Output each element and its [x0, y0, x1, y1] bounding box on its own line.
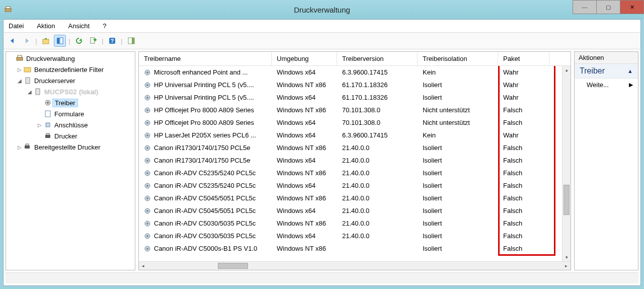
toolbar-separator: |: [120, 35, 123, 47]
scroll-left-button[interactable]: ◂: [139, 263, 147, 268]
action-section[interactable]: Treiber ▲: [575, 64, 638, 79]
cell-name: Canon iR-ADV C5045/5051 PCL5c: [139, 194, 272, 202]
table-row[interactable]: HP LaserJet P205X series PCL6 ...Windows…: [139, 129, 571, 141]
horizontal-scrollbar[interactable]: ◂ ▸: [139, 261, 571, 270]
svg-rect-14: [36, 89, 40, 95]
export-button[interactable]: [87, 35, 99, 47]
cell-env: Windows NT x86: [272, 106, 337, 114]
svg-point-42: [146, 185, 148, 187]
table-row[interactable]: Canon iR1730/1740/1750 PCL5eWindows NT x…: [139, 141, 571, 154]
gear-icon: [144, 94, 151, 101]
expander-icon[interactable]: ▷: [36, 122, 43, 128]
col-iso[interactable]: Treiberisolation: [418, 52, 498, 65]
table-row[interactable]: Canon iR-ADV C5235/5240 PCL5cWindows x64…: [139, 179, 571, 192]
refresh-button[interactable]: [73, 35, 85, 47]
tree-printers-label: Drucker: [52, 132, 79, 140]
expander-icon[interactable]: ◢: [16, 78, 23, 84]
table-row[interactable]: Canon iR-ADV C5030/5035 PCL5cWindows NT …: [139, 217, 571, 230]
action-pane-title: Aktionen: [575, 52, 638, 64]
gear-icon: [144, 195, 151, 202]
cell-pkg: Falsch: [498, 144, 549, 152]
menu-action[interactable]: Aktion: [35, 21, 57, 31]
tree-print-servers[interactable]: ◢ Druckerserver: [6, 75, 135, 86]
scroll-right-button[interactable]: ▸: [562, 263, 571, 268]
col-env[interactable]: Umgebung: [272, 52, 337, 65]
table-row[interactable]: Canon iR-ADV C5000s-B1 PS V1.0Windows NT…: [139, 242, 571, 255]
scroll-down-button[interactable]: ▾: [562, 253, 571, 261]
scroll-thumb[interactable]: [218, 263, 248, 269]
scroll-thumb[interactable]: [564, 185, 570, 215]
table-row[interactable]: HP Universal Printing PCL 5 (v5....Windo…: [139, 91, 571, 104]
table-row[interactable]: HP Universal Printing PCL 5 (v5....Windo…: [139, 79, 571, 91]
cell-env: Windows NT x86: [272, 245, 337, 252]
tree-server-node[interactable]: ◢ MUCPS02 (lokal): [6, 86, 135, 97]
cell-iso: Nicht unterstützt: [418, 106, 498, 114]
close-button[interactable]: ✕: [620, 0, 644, 14]
minimize-button[interactable]: —: [573, 0, 597, 14]
action-pane-button[interactable]: [125, 35, 137, 47]
svg-text:?: ?: [111, 38, 114, 44]
cell-pkg: Falsch: [498, 182, 549, 189]
cell-name: HP LaserJet P205X series PCL6 ...: [139, 131, 272, 139]
table-row[interactable]: Canon iR-ADV C5235/5240 PCL5cWindows NT …: [139, 167, 571, 179]
tree-forms[interactable]: Formulare: [6, 108, 135, 119]
svg-rect-18: [46, 123, 50, 127]
table-row[interactable]: Canon iR1730/1740/1750 PCL5eWindows x642…: [139, 154, 571, 167]
port-icon: [43, 121, 52, 128]
cell-ver: 21.40.0.0: [337, 220, 418, 227]
show-hide-tree-button[interactable]: [54, 35, 66, 47]
scroll-track[interactable]: [147, 262, 562, 270]
gear-icon: [144, 207, 151, 214]
table-row[interactable]: Canon iR-ADV C5045/5051 PCL5cWindows NT …: [139, 192, 571, 204]
tree-deployed-label: Bereitgestellte Drucker: [32, 143, 103, 152]
menu-file[interactable]: Datei: [7, 21, 26, 31]
forward-button[interactable]: [21, 35, 33, 47]
scroll-track[interactable]: [562, 74, 571, 253]
col-ver[interactable]: Treiberversion: [337, 52, 418, 65]
cell-iso: Nicht unterstützt: [418, 119, 498, 126]
svg-point-30: [146, 109, 148, 111]
vertical-scrollbar[interactable]: ▴ ▾: [562, 66, 571, 261]
svg-rect-3: [57, 38, 59, 44]
collapse-icon[interactable]: ▲: [627, 68, 633, 74]
cell-ver: 21.40.0.0: [337, 194, 418, 202]
svg-rect-19: [45, 135, 50, 138]
tree-ports[interactable]: ▷ Anschlüsse: [6, 119, 135, 130]
tree-custom-filters[interactable]: ▷ Benutzerdefinierte Filter: [6, 64, 135, 75]
cell-env: Windows x64: [272, 68, 337, 76]
table-row[interactable]: HP Officejet Pro 8000 A809 SeriesWindows…: [139, 104, 571, 116]
statusbar: [6, 272, 638, 283]
table-row[interactable]: Microsoft enhanced Point and ...Windows …: [139, 66, 571, 79]
tree-ports-label: Anschlüsse: [52, 121, 90, 129]
scroll-up-button[interactable]: ▴: [562, 66, 571, 74]
tree-printers[interactable]: Drucker: [6, 130, 135, 141]
up-button[interactable]: [40, 35, 52, 47]
tree-deployed[interactable]: ▷ Bereitgestellte Drucker: [6, 141, 135, 153]
action-more[interactable]: Weite... ▶: [575, 79, 638, 91]
tree-pane[interactable]: Druckverwaltung ▷ Benutzerdefinierte Fil…: [6, 51, 135, 270]
back-button[interactable]: [7, 35, 19, 47]
gear-icon: [144, 245, 151, 252]
col-name[interactable]: Treibername: [139, 52, 272, 65]
tree-root[interactable]: Druckverwaltung: [6, 53, 135, 64]
expander-icon[interactable]: ▷: [16, 144, 23, 150]
expander-icon[interactable]: ◢: [26, 89, 33, 95]
table-row[interactable]: HP Officejet Pro 8000 A809 SeriesWindows…: [139, 116, 571, 129]
svg-point-34: [146, 134, 148, 136]
expander-icon[interactable]: ▷: [16, 67, 23, 73]
col-pkg[interactable]: Paket: [498, 52, 549, 65]
help-button[interactable]: ?: [106, 35, 118, 47]
table-row[interactable]: Canon iR-ADV C5030/5035 PCL5cWindows x64…: [139, 230, 571, 242]
svg-rect-2: [43, 39, 49, 44]
menu-help[interactable]: ?: [101, 21, 108, 31]
svg-point-26: [146, 84, 148, 86]
form-icon: [43, 110, 52, 117]
menu-view[interactable]: Ansicht: [66, 21, 92, 31]
window-buttons: — ▢ ✕: [573, 0, 644, 14]
gear-icon: [144, 132, 151, 139]
cell-name: HP Officejet Pro 8000 A809 Series: [139, 119, 272, 126]
svg-point-24: [146, 71, 148, 74]
tree-drivers[interactable]: Treiber: [6, 97, 135, 108]
maximize-button[interactable]: ▢: [596, 0, 620, 14]
table-row[interactable]: Canon iR-ADV C5045/5051 PCL5cWindows x64…: [139, 204, 571, 217]
